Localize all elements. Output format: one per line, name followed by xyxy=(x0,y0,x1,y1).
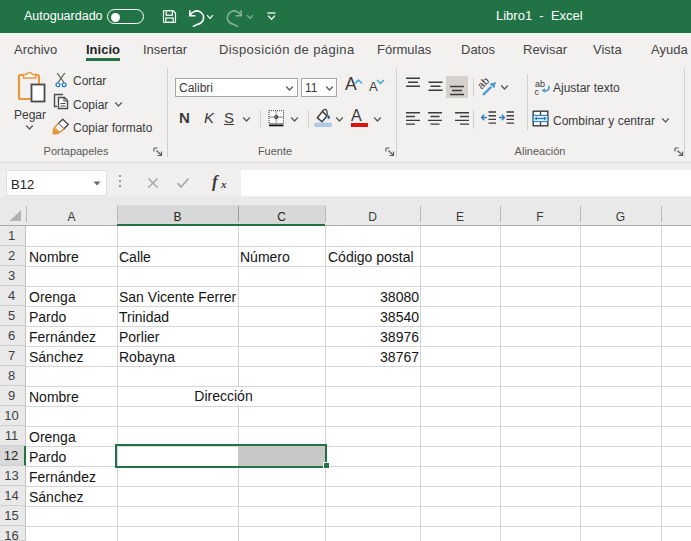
svg-text:c: c xyxy=(535,87,540,96)
